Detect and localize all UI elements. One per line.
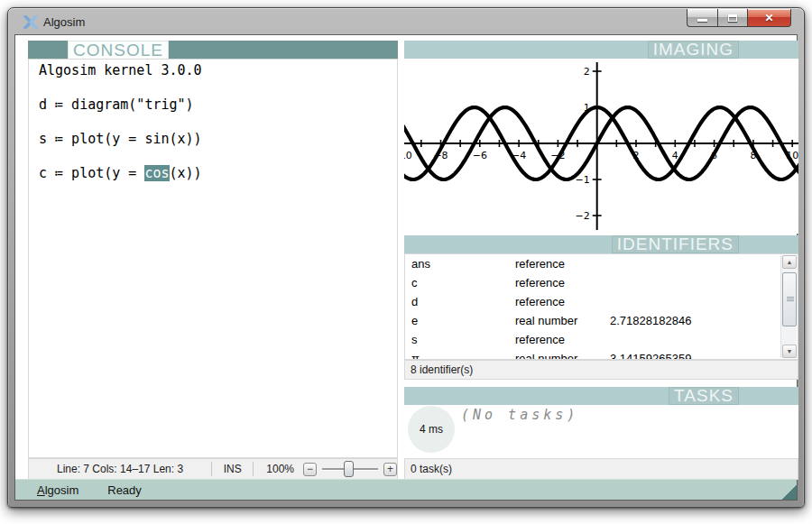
- identifiers-status-bar: 8 identifier(s): [404, 360, 798, 380]
- console-header-label: CONSOLE: [68, 41, 169, 60]
- identifier-row[interactable]: ansreference: [405, 254, 798, 273]
- close-icon: ✕: [764, 12, 773, 24]
- tasks-panel-header: TASKS: [404, 387, 798, 405]
- svg-text:−6: −6: [473, 150, 487, 161]
- ready-status: Ready: [107, 483, 142, 497]
- window-title: Algosim: [43, 15, 85, 29]
- identifier-row[interactable]: ereal number2.71828182846: [405, 311, 798, 330]
- no-tasks-message: (No tasks): [461, 407, 578, 423]
- algosim-menu[interactable]: Algosim: [37, 483, 78, 497]
- scroll-up-icon[interactable]: ▲: [782, 255, 797, 269]
- app-window: Algosim ✕ CONSOLE Algosim kernel 3.0.0 d…: [7, 7, 805, 508]
- title-bar[interactable]: Algosim ✕: [8, 8, 804, 35]
- identifiers-header-label: IDENTIFIERS: [612, 235, 739, 253]
- identifiers-scrollbar[interactable]: ▲ ▼: [780, 255, 797, 358]
- scrollbar-thumb[interactable]: [782, 272, 797, 326]
- tasks-panel: 4 ms (No tasks): [404, 405, 798, 458]
- client-area: CONSOLE Algosim kernel 3.0.0 d ≔ diagram…: [14, 34, 798, 501]
- app-logo-icon: [23, 15, 38, 29]
- svg-text:−10: −10: [404, 150, 412, 161]
- zoom-level: 100%: [266, 463, 294, 475]
- elapsed-time: 4 ms: [420, 423, 443, 436]
- identifier-row[interactable]: sreference: [405, 330, 798, 349]
- zoom-slider-thumb[interactable]: [344, 461, 354, 477]
- scroll-down-icon[interactable]: ▼: [782, 345, 797, 358]
- console-status-bar: Line: 7 Cols: 14–17 Len: 3 INS 100% − +: [28, 458, 398, 480]
- identifier-row[interactable]: πreal number3.14159265359: [405, 349, 798, 360]
- insert-mode-indicator: INS: [212, 463, 253, 475]
- tasks-status-bar: 0 task(s): [404, 458, 798, 480]
- zoom-out-button[interactable]: −: [303, 463, 317, 476]
- imaging-header-label: IMAGING: [648, 41, 739, 59]
- scrollbar-grip-icon: [787, 297, 794, 301]
- tasks-header-label: TASKS: [669, 387, 739, 405]
- imaging-panel-header: IMAGING: [404, 41, 798, 59]
- minimize-icon: [697, 19, 707, 22]
- maximize-button[interactable]: [717, 9, 748, 27]
- identifiers-panel-header: IDENTIFIERS: [404, 235, 798, 253]
- minimize-button[interactable]: [687, 9, 717, 27]
- identifiers-list[interactable]: ansreferencecreferencedreferenceereal nu…: [404, 253, 798, 360]
- identifiers-rows: ansreferencecreferencedreferenceereal nu…: [405, 254, 798, 360]
- close-button[interactable]: ✕: [748, 9, 791, 27]
- identifier-row[interactable]: creference: [405, 273, 798, 292]
- console-editor[interactable]: Algosim kernel 3.0.0 d ≔ diagram("trig")…: [28, 59, 398, 458]
- svg-text:−2: −2: [575, 210, 589, 222]
- console-panel-header: CONSOLE: [28, 41, 398, 59]
- trig-plot-canvas[interactable]: −10−8−6−4−2246810−2−112: [404, 59, 798, 234]
- task-count: 0 task(s): [411, 463, 452, 475]
- caret-position: Line: 7 Cols: 14–17 Len: 3: [29, 463, 211, 475]
- svg-text:2: 2: [584, 66, 590, 78]
- zoom-in-button[interactable]: +: [383, 463, 397, 476]
- svg-text:4: 4: [672, 150, 678, 161]
- resize-grip[interactable]: [781, 484, 797, 500]
- application-status-bar: Algosim Ready: [15, 479, 797, 500]
- maximize-icon: [728, 14, 737, 22]
- elapsed-time-badge: 4 ms: [408, 406, 455, 453]
- zoom-slider[interactable]: [322, 468, 378, 470]
- identifier-count: 8 identifier(s): [411, 363, 473, 376]
- identifier-row[interactable]: dreference: [405, 292, 798, 311]
